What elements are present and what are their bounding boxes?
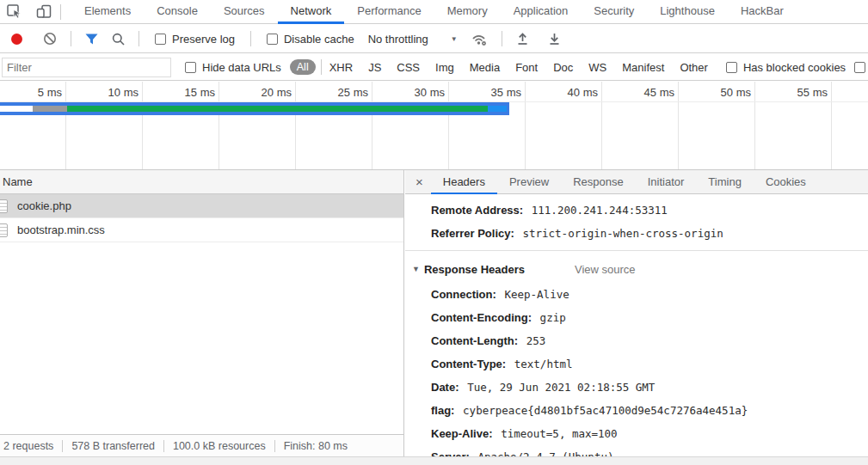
tab-lighthouse[interactable]: Lighthouse	[647, 0, 728, 24]
search-icon[interactable]	[112, 33, 125, 46]
has-blocked-cookies-label: Has blocked cookies	[743, 61, 846, 74]
summary-finish-time: Finish: 80 ms	[275, 440, 356, 452]
filter-type-manifest[interactable]: Manifest	[614, 61, 672, 74]
response-header-row: Connection: Keep-Alive	[405, 283, 868, 306]
response-headers-section[interactable]: ▼ Response Headers View source	[405, 256, 868, 283]
section-title: Response Headers	[424, 261, 525, 278]
tab-cookies[interactable]: Cookies	[754, 170, 818, 194]
filter-type-font[interactable]: Font	[508, 61, 545, 74]
headers-content: Remote Address: 111.200.241.244:53311 Re…	[405, 194, 868, 456]
tab-security[interactable]: Security	[581, 0, 647, 24]
filter-icon[interactable]	[85, 34, 98, 45]
timeline-tick: 25 ms	[295, 86, 372, 99]
blocked-requests-checkbox[interactable]	[854, 62, 865, 73]
preserve-log-checkbox[interactable]	[155, 34, 166, 45]
tabbar-divider	[60, 4, 61, 20]
header-value: 253	[526, 334, 546, 347]
tab-memory[interactable]: Memory	[434, 0, 501, 24]
details-tabbar: × Headers Preview Response Initiator Tim…	[405, 170, 868, 194]
timeline-tick: 45 ms	[601, 86, 678, 99]
filter-type-js[interactable]: JS	[360, 61, 389, 74]
has-blocked-cookies-checkbox[interactable]	[726, 62, 737, 73]
filter-row: Hide data URLs All XHR JS CSS Img Media …	[0, 54, 868, 81]
export-har-icon[interactable]	[548, 32, 561, 46]
overview-segment-queueing	[0, 106, 33, 112]
response-header-row: Content-Length: 253	[405, 329, 868, 352]
tab-elements[interactable]: Elements	[71, 0, 144, 24]
hide-data-urls-label: Hide data URLs	[202, 61, 281, 74]
timeline-tick: 20 ms	[219, 86, 295, 99]
name-column-header[interactable]: Name	[0, 170, 403, 194]
import-har-icon[interactable]	[516, 32, 529, 46]
hide-data-urls-checkbox[interactable]	[185, 62, 196, 73]
filter-type-doc[interactable]: Doc	[545, 61, 581, 74]
device-toolbar-icon[interactable]	[36, 4, 52, 19]
tab-initiator[interactable]: Initiator	[636, 170, 697, 194]
hide-data-urls-group: Hide data URLs	[185, 61, 281, 74]
timeline-tick: 35 ms	[448, 86, 525, 99]
file-document-icon	[0, 223, 8, 237]
general-row-remote-address: Remote Address: 111.200.241.244:53311	[405, 199, 868, 222]
timeline-tick: 30 ms	[372, 86, 448, 99]
overview-segment-stalled	[33, 106, 67, 112]
timeline-tick: 5 ms	[0, 86, 65, 99]
filter-type-css[interactable]: CSS	[389, 61, 428, 74]
filter-type-ws[interactable]: WS	[581, 61, 614, 74]
overview-segment-waiting	[488, 106, 507, 112]
header-value: strict-origin-when-cross-origin	[522, 227, 723, 240]
tab-hackbar[interactable]: HackBar	[728, 0, 797, 24]
response-header-row: Server: Apache/2.4.7 (Ubuntu)	[405, 445, 868, 456]
devtools-tabbar: Elements Console Sources Network Perform…	[0, 0, 868, 24]
filter-pill-all[interactable]: All	[290, 59, 316, 75]
header-label: Connection:	[431, 288, 496, 301]
has-blocked-cookies-group: Has blocked cookies	[726, 61, 846, 74]
tab-network[interactable]: Network	[278, 0, 345, 24]
waterfall-overview-bar[interactable]	[0, 102, 509, 115]
tab-application[interactable]: Application	[501, 0, 582, 24]
header-label: Remote Address:	[431, 204, 523, 217]
timeline-tick: 40 ms	[525, 86, 601, 99]
request-row-bootstrap-css[interactable]: bootstrap.min.css	[0, 218, 403, 242]
preserve-log-group: Preserve log	[155, 33, 235, 46]
throttling-select[interactable]: No throttling ▼	[368, 33, 458, 46]
tab-performance[interactable]: Performance	[344, 0, 434, 24]
tab-timing[interactable]: Timing	[696, 170, 754, 194]
section-divider	[405, 250, 868, 251]
filter-type-xhr[interactable]: XHR	[322, 61, 360, 74]
tab-console[interactable]: Console	[144, 0, 211, 24]
view-source-link[interactable]: View source	[575, 261, 636, 278]
filter-type-media[interactable]: Media	[462, 61, 508, 74]
header-label: Content-Encoding:	[431, 311, 532, 324]
inspect-element-icon[interactable]	[7, 4, 22, 19]
filter-type-other[interactable]: Other	[672, 61, 716, 74]
chevron-down-icon: ▼	[451, 35, 458, 43]
response-header-row: Content-Type: text/html	[405, 352, 868, 376]
filter-input[interactable]	[2, 58, 171, 77]
network-conditions-icon[interactable]	[471, 32, 488, 46]
triangle-expanded-icon[interactable]: ▼	[412, 261, 420, 278]
timeline-tick: 55 ms	[754, 86, 831, 99]
tab-preview[interactable]: Preview	[497, 170, 561, 194]
record-icon[interactable]	[11, 34, 22, 45]
header-value: Tue, 29 Jun 2021 02:18:55 GMT	[467, 381, 655, 394]
response-header-row-flag: flag: cyberpeace{d4801bf5ac47100d9e54c72…	[405, 399, 868, 422]
tab-headers[interactable]: Headers	[431, 170, 497, 194]
timeline-tick: 50 ms	[678, 86, 754, 99]
disable-cache-label: Disable cache	[284, 33, 354, 46]
clear-icon[interactable]	[43, 32, 57, 46]
timeline-overview[interactable]: 5 ms 10 ms 15 ms 20 ms 25 ms 30 ms 35 ms…	[0, 82, 868, 170]
header-label: Date:	[431, 381, 459, 394]
close-icon[interactable]: ×	[405, 171, 431, 193]
header-label: Server:	[431, 450, 470, 456]
response-header-row: Content-Encoding: gzip	[405, 306, 868, 329]
throttling-value: No throttling	[368, 33, 428, 46]
filter-type-img[interactable]: Img	[428, 61, 462, 74]
header-value: 111.200.241.244:53311	[532, 204, 668, 217]
request-row-cookie-php[interactable]: cookie.php	[0, 194, 403, 218]
overview-segment-download	[67, 106, 488, 112]
network-toolbar: Preserve log Disable cache No throttling…	[0, 25, 868, 53]
tab-sources[interactable]: Sources	[211, 0, 278, 24]
preserve-log-label: Preserve log	[172, 33, 235, 46]
disable-cache-checkbox[interactable]	[267, 34, 278, 45]
tab-response[interactable]: Response	[561, 170, 636, 194]
